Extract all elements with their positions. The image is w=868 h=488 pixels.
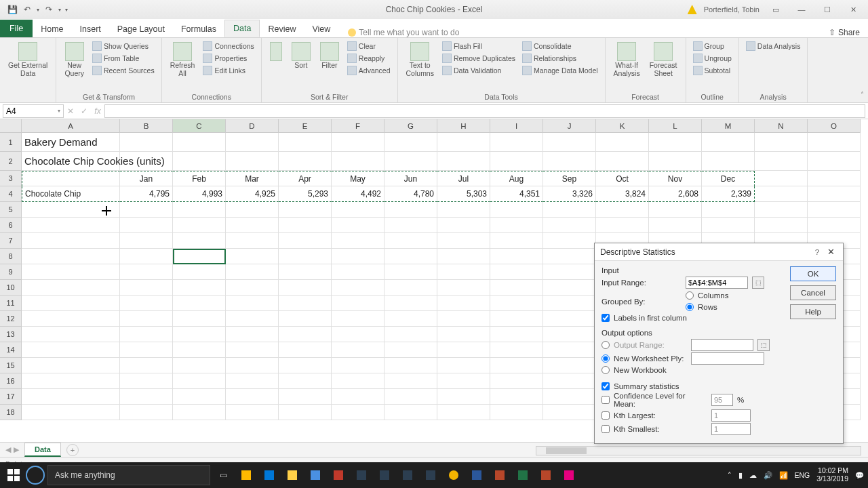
cell[interactable] <box>490 296 543 311</box>
cell[interactable] <box>173 373 226 389</box>
cell[interactable] <box>279 280 332 296</box>
maximize-icon[interactable]: ☐ <box>818 3 837 16</box>
cell[interactable] <box>490 249 543 264</box>
cell[interactable] <box>279 358 332 373</box>
taskbar-app[interactable] <box>443 465 464 485</box>
cell[interactable] <box>226 264 279 280</box>
cell[interactable] <box>808 186 861 202</box>
dialog-close-icon[interactable]: ✕ <box>824 247 837 257</box>
help-button[interactable]: Help <box>790 304 836 319</box>
cell[interactable] <box>279 389 332 405</box>
cell[interactable] <box>596 202 649 218</box>
column-header[interactable]: H <box>437 119 490 133</box>
cell[interactable] <box>384 327 437 342</box>
cell[interactable] <box>120 152 173 171</box>
cell[interactable] <box>226 311 279 327</box>
cell[interactable] <box>808 133 861 152</box>
cell[interactable] <box>437 373 490 389</box>
cell[interactable] <box>490 264 543 280</box>
cell[interactable] <box>226 342 279 358</box>
task-view-icon[interactable]: ▭ <box>213 465 233 485</box>
cell[interactable] <box>120 311 173 327</box>
cell[interactable] <box>702 133 755 152</box>
cell[interactable] <box>490 342 543 358</box>
cell[interactable] <box>543 358 596 373</box>
cell[interactable] <box>22 264 120 280</box>
sort-az-button[interactable] <box>267 41 285 62</box>
taskbar-app[interactable] <box>374 465 395 485</box>
tab-file[interactable]: File <box>0 20 33 37</box>
grouped-columns-radio[interactable] <box>686 291 694 300</box>
cell[interactable] <box>332 405 384 420</box>
cell[interactable] <box>279 296 332 311</box>
cell[interactable] <box>384 218 437 233</box>
cell[interactable] <box>173 249 226 264</box>
cell[interactable] <box>543 264 596 280</box>
column-header[interactable]: O <box>808 119 861 133</box>
cell[interactable] <box>173 296 226 311</box>
forecast-sheet-button[interactable]: Forecast Sheet <box>647 41 680 79</box>
cell[interactable]: Nov <box>649 171 702 186</box>
cell[interactable] <box>384 296 437 311</box>
tab-page-layout[interactable]: Page Layout <box>109 21 173 37</box>
cell[interactable] <box>332 152 384 171</box>
cell[interactable]: 4,780 <box>384 186 437 202</box>
cell[interactable] <box>490 233 543 249</box>
cell[interactable] <box>437 152 490 171</box>
cell[interactable] <box>332 327 384 342</box>
cell[interactable] <box>22 218 120 233</box>
show-queries-button[interactable]: Show Queries <box>91 41 156 52</box>
refresh-all-button[interactable]: Refresh All <box>167 41 198 79</box>
cell[interactable]: 3,824 <box>596 186 649 202</box>
cell[interactable] <box>755 152 808 171</box>
row-header[interactable]: 4 <box>0 186 22 202</box>
cell[interactable] <box>226 249 279 264</box>
cell[interactable] <box>332 389 384 405</box>
collapse-ribbon-icon[interactable]: ˄ <box>861 91 864 98</box>
taskbar-app[interactable] <box>397 465 418 485</box>
cell[interactable]: 3,326 <box>543 186 596 202</box>
cell[interactable] <box>755 202 808 218</box>
row-header[interactable]: 17 <box>0 389 22 405</box>
formula-input[interactable] <box>104 104 865 118</box>
cell[interactable] <box>332 296 384 311</box>
data-model-button[interactable]: Manage Data Model <box>521 65 599 76</box>
cell[interactable] <box>702 202 755 218</box>
filter-button[interactable]: Filter <box>317 41 342 71</box>
kth-smallest-checkbox[interactable] <box>601 425 610 433</box>
cell[interactable] <box>384 280 437 296</box>
cell[interactable] <box>384 373 437 389</box>
cell[interactable] <box>120 373 173 389</box>
cell[interactable] <box>279 233 332 249</box>
cell[interactable] <box>437 389 490 405</box>
cell[interactable] <box>173 264 226 280</box>
cell[interactable] <box>120 202 173 218</box>
column-header[interactable]: N <box>755 119 808 133</box>
column-header[interactable]: I <box>490 119 543 133</box>
cell[interactable] <box>226 296 279 311</box>
cell[interactable] <box>279 133 332 152</box>
taskbar-app[interactable] <box>490 465 510 485</box>
cell[interactable] <box>543 202 596 218</box>
row-header[interactable]: 9 <box>0 264 22 280</box>
cell[interactable]: 4,795 <box>120 186 173 202</box>
taskbar-app[interactable] <box>536 465 556 485</box>
cell[interactable] <box>437 311 490 327</box>
cell[interactable] <box>437 249 490 264</box>
cell[interactable] <box>490 152 543 171</box>
output-range-selector-icon[interactable]: ⬚ <box>757 339 770 351</box>
cell[interactable] <box>384 202 437 218</box>
tray-clock[interactable]: 10:02 PM3/13/2019 <box>816 467 848 483</box>
cell[interactable] <box>384 249 437 264</box>
cell[interactable] <box>22 233 120 249</box>
cell[interactable] <box>120 342 173 358</box>
tab-home[interactable]: Home <box>33 21 71 37</box>
cell[interactable] <box>543 342 596 358</box>
cell[interactable] <box>437 405 490 420</box>
cell[interactable] <box>490 202 543 218</box>
cell[interactable] <box>384 311 437 327</box>
cell[interactable] <box>22 358 120 373</box>
cell[interactable] <box>490 373 543 389</box>
cell[interactable] <box>226 218 279 233</box>
taskbar-app[interactable] <box>282 465 302 485</box>
